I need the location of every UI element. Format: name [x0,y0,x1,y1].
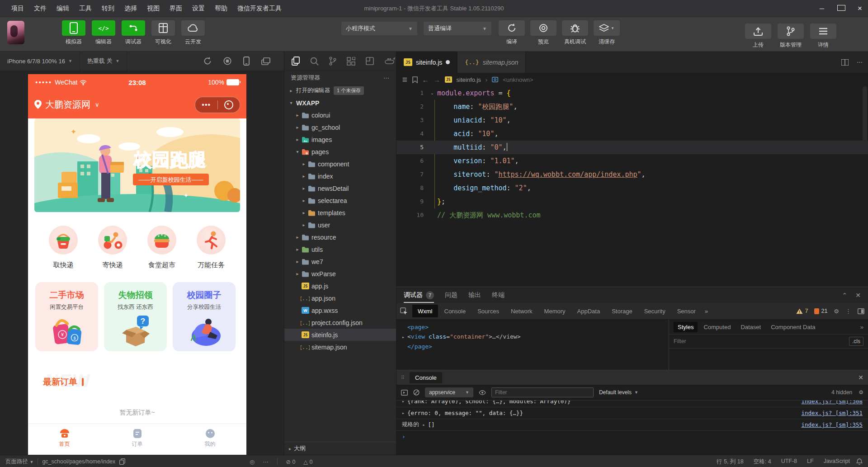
console-tab[interactable]: Console [410,372,442,383]
location-selector[interactable]: 大鹏资源网 ∨ [34,99,99,111]
code-line-5[interactable]: 5 multiid: "0", [396,141,868,154]
phone-tab-我的[interactable]: 我的 [174,424,246,455]
expand-node-icon[interactable]: ▸ [402,332,407,342]
tree-item-newsDetail[interactable]: ▸newsDetail [284,182,396,194]
devtools-tab-Storage[interactable]: Storage [606,305,638,317]
styles-tab-Component Data[interactable]: Component Data [767,322,819,332]
feature-card-校园圈子[interactable]: 校园圈子分享校园生活 [173,282,236,351]
more-icon[interactable]: ⋯ [857,59,863,66]
styles-tab-Styles[interactable]: Styles [674,322,698,332]
close-icon[interactable]: × [856,4,863,13]
mode-dropdown[interactable]: 小程序模式▼ [341,22,417,35]
bookmark-icon[interactable] [412,76,418,83]
console-log-row[interactable]: 规格的▸[]index.js? [sm]:355 [396,419,868,431]
indentation-setting[interactable]: 空格: 4 [754,458,771,466]
whale-icon[interactable] [384,57,395,65]
panel-tab-输出[interactable]: 输出 [468,287,481,303]
action-上传[interactable]: 上传 [745,24,771,49]
console-prompt[interactable]: › [396,431,868,442]
clear-console-icon[interactable] [413,389,420,396]
dock-side-icon[interactable] [858,308,864,314]
styles-tab-Computed[interactable]: Computed [699,322,735,332]
console-sidebar-icon[interactable] [401,390,408,396]
copy-icon[interactable] [119,458,125,465]
tree-item-siteinfo.js[interactable]: JSsiteinfo.js [284,329,396,341]
tree-item-app.js[interactable]: JSapp.js [284,280,396,292]
action-编译[interactable]: 编译 [499,20,525,46]
code-line-2[interactable]: 2 name: "校园跑腿", [396,100,868,113]
blocks-icon[interactable] [347,57,355,66]
refresh-icon[interactable] [203,57,212,66]
tree-item-images[interactable]: ▸images [284,133,396,146]
wxml-elements-tree[interactable]: <page> ▸<view class="container">…</view>… [396,320,669,370]
toolbar-toggle-可视化[interactable]: 可视化 [151,20,176,46]
split-editor-icon[interactable] [841,59,849,66]
more-options-icon[interactable]: ⋮ [845,308,851,315]
devtools-tab-Console[interactable]: Console [439,305,472,317]
action-真机调试[interactable]: 真机调试 [562,20,588,46]
maximize-icon[interactable] [837,5,844,12]
console-filter-input[interactable] [491,387,594,397]
expand-log-icon[interactable]: ▸ [402,410,405,415]
cursor-position[interactable]: 行 5, 列 18 [717,458,744,466]
page-path-value[interactable]: gc_school/pages/home/index [42,458,115,465]
tree-item-wxParse[interactable]: ▸wxParse [284,268,396,280]
pkg-icon[interactable] [366,57,374,65]
tree-item-pages[interactable]: ▾pages [284,146,396,158]
tree-item-component[interactable]: ▸component [284,158,396,170]
toolbar-toggle-模拟器[interactable]: 模拟器 [61,20,86,46]
user-avatar[interactable] [7,21,24,44]
devtools-tab-Memory[interactable]: Memory [539,305,571,317]
tree-item-templates[interactable]: ▸templates [284,207,396,219]
phone-tab-首页[interactable]: 首页 [28,424,101,455]
menu-item-微信开发者工具[interactable]: 微信开发者工具 [232,5,287,13]
toolbar-toggle-编辑器[interactable]: </>编辑器 [91,20,116,46]
menu-item-选择[interactable]: 选择 [119,5,142,13]
code-line-6[interactable]: 6 version: "1.01", [396,154,868,168]
more-tabs-icon[interactable]: » [702,308,711,315]
styles-tab-Dataset[interactable]: Dataset [736,322,765,332]
devtools-tab-Sources[interactable]: Sources [472,305,505,317]
devtools-tab-Network[interactable]: Network [505,305,538,317]
feature-card-失物招领[interactable]: 失物招领找东西 还东西? [104,282,167,351]
eol-setting[interactable]: LF [807,458,814,466]
panel-tab-问题[interactable]: 问题 [445,287,458,303]
devtools-tab-Security[interactable]: Security [639,305,671,317]
hot-reload-toggle[interactable]: 热重载 关▼ [80,52,127,71]
tree-item-we7[interactable]: ▸we7 [284,255,396,268]
fold-icon[interactable]: ⌄ [427,86,437,100]
code-line-4[interactable]: 4 acid: "10", [396,127,868,141]
drag-handle-icon[interactable]: ⠿ [401,375,404,381]
more-tabs-icon[interactable]: » [860,324,863,330]
navigate-back-icon[interactable]: ← [422,76,429,84]
outline-list-icon[interactable]: ≣ [402,75,408,84]
navigate-forward-icon[interactable]: → [434,76,440,84]
panel-tab-调试器[interactable]: 调试器7 [404,287,434,303]
code-editor[interactable]: 1⌄module.exports = {2 name: "校园跑腿",3 uni… [396,86,868,287]
code-line-3[interactable]: 3 uniacid: "10", [396,113,868,127]
phone-tab-订单[interactable]: 订单 [101,424,174,455]
wechat-capsule[interactable]: ••• [195,97,240,113]
record-icon[interactable] [223,57,231,66]
tree-item-WXAPP[interactable]: ▾WXAPP [284,97,396,109]
tree-item-app.json[interactable]: {..}app.json [284,292,396,304]
tree-item-selectarea[interactable]: ▸selectarea [284,194,396,207]
menu-item-项目[interactable]: 项目 [6,5,29,13]
feature-card-二手市场[interactable]: 二手市场闲置交易平台¥$ [35,282,98,351]
context-selector[interactable]: appservice▼ [425,387,473,397]
more-icon[interactable]: ⋯ [383,75,390,81]
language-mode[interactable]: JavaScript [824,458,850,466]
tree-item-index[interactable]: ▸index [284,170,396,182]
editor-tab-siteinfo.js[interactable]: JSsiteinfo.js [396,52,458,73]
expand-log-icon[interactable]: ▸ [402,401,405,404]
panel-tab-终端[interactable]: 终端 [492,287,505,303]
outline-section[interactable]: ▸ 大纲 [284,442,396,455]
close-miniprogram-icon[interactable] [224,100,233,109]
notifications-bell-icon[interactable] [856,458,863,465]
rotate-icon[interactable] [243,57,250,66]
quick-action-取快递[interactable]: 取快递 [44,226,82,269]
devtools-settings-icon[interactable]: ⚙ [834,308,839,315]
console-settings-icon[interactable]: ⚙ [859,389,863,396]
menu-item-界面[interactable]: 界面 [165,5,187,13]
eye-icon[interactable] [479,390,486,395]
